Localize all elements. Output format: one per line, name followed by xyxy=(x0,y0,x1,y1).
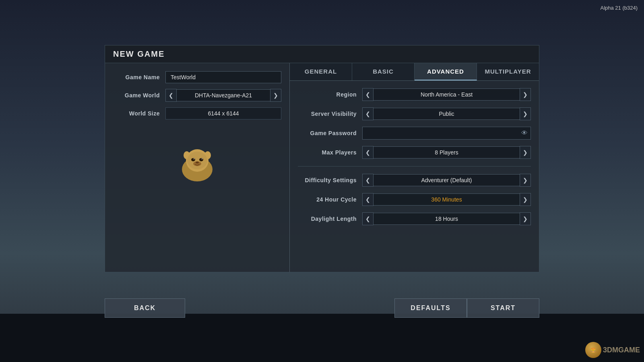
region-value: North America - East xyxy=(374,88,520,101)
daylight-row: Daylight Length ❮ 18 Hours ❯ xyxy=(298,212,531,225)
tab-basic[interactable]: Basic xyxy=(352,63,415,80)
background-ground xyxy=(0,314,644,362)
watermark-text: 3DMGAME xyxy=(603,346,640,354)
back-button[interactable]: BACK xyxy=(105,298,185,318)
max-players-row: Max Players ❮ 8 Players ❯ xyxy=(298,146,531,159)
start-button[interactable]: START xyxy=(467,298,539,318)
page-title: NEW GAME xyxy=(113,49,531,59)
game-password-input[interactable] xyxy=(362,127,518,140)
hour-cycle-value: 360 Minutes xyxy=(374,193,520,206)
game-name-row: Game Name xyxy=(113,71,281,83)
game-world-label: Game World xyxy=(113,92,165,99)
game-world-value: DHTA-Navezgane-A21 xyxy=(177,89,270,101)
difficulty-next-button[interactable]: ❯ xyxy=(520,174,531,187)
left-panel: Game Name Game World ❮ DHTA-Navezgane-A2… xyxy=(105,63,290,272)
game-world-row: Game World ❮ DHTA-Navezgane-A21 ❯ xyxy=(113,89,281,102)
tab-advanced[interactable]: Advanced xyxy=(415,63,477,80)
daylight-value: 18 Hours xyxy=(374,213,520,225)
region-next-button[interactable]: ❯ xyxy=(520,88,531,101)
game-name-label: Game Name xyxy=(113,74,165,80)
server-visibility-prev-button[interactable]: ❮ xyxy=(362,107,374,120)
character-illustration xyxy=(173,141,221,189)
server-visibility-row: Server Visibility ❮ Public ❯ xyxy=(298,107,531,120)
version-label: Alpha 21 (b324) xyxy=(600,5,638,11)
daylight-next-button[interactable]: ❯ xyxy=(520,212,531,225)
daylight-label: Daylight Length xyxy=(298,216,362,222)
game-world-prev-button[interactable]: ❮ xyxy=(165,89,177,102)
region-prev-button[interactable]: ❮ xyxy=(362,88,374,101)
content-area: Game Name Game World ❮ DHTA-Navezgane-A2… xyxy=(105,63,539,272)
watermark-icon: 🍔 xyxy=(585,342,601,358)
bottom-bar: BACK DEFAULTS START xyxy=(105,298,539,318)
bottom-spacer xyxy=(185,298,394,318)
difficulty-prev-button[interactable]: ❮ xyxy=(362,174,374,187)
max-players-label: Max Players xyxy=(298,149,362,156)
illustration-area xyxy=(113,125,281,206)
difficulty-label: Difficulty Settings xyxy=(298,177,362,183)
tabs-container: General Basic Advanced Multiplayer xyxy=(290,63,539,81)
server-visibility-value: Public xyxy=(374,108,520,120)
hour-cycle-selector: ❮ 360 Minutes ❯ xyxy=(362,193,531,206)
game-world-next-button[interactable]: ❯ xyxy=(270,89,281,102)
right-content: Region ❮ North America - East ❯ Server V… xyxy=(290,81,539,239)
hour-cycle-next-button[interactable]: ❯ xyxy=(520,193,531,206)
world-size-row: World Size 6144 x 6144 xyxy=(113,107,281,119)
max-players-value: 8 Players xyxy=(374,146,520,158)
server-visibility-next-button[interactable]: ❯ xyxy=(520,107,531,120)
region-label: Region xyxy=(298,91,362,98)
hour-cycle-prev-button[interactable]: ❮ xyxy=(362,193,374,206)
password-eye-button[interactable]: 👁 xyxy=(518,127,531,140)
main-container: NEW GAME Game Name Game World ❮ DHTA-Nav… xyxy=(105,45,539,272)
tab-general[interactable]: General xyxy=(290,63,352,80)
defaults-button[interactable]: DEFAULTS xyxy=(394,298,467,318)
max-players-prev-button[interactable]: ❮ xyxy=(362,146,374,159)
svg-point-10 xyxy=(187,152,207,169)
hour-cycle-label: 24 Hour Cycle xyxy=(298,196,362,203)
game-name-input[interactable] xyxy=(165,71,281,83)
daylight-selector: ❮ 18 Hours ❯ xyxy=(362,212,531,225)
region-row: Region ❮ North America - East ❯ xyxy=(298,88,531,101)
world-size-value: 6144 x 6144 xyxy=(165,107,281,119)
difficulty-row: Difficulty Settings ❮ Adventurer (Defaul… xyxy=(298,174,531,187)
difficulty-selector: ❮ Adventurer (Default) ❯ xyxy=(362,174,531,187)
tab-multiplayer[interactable]: Multiplayer xyxy=(477,63,539,80)
max-players-next-button[interactable]: ❯ xyxy=(520,146,531,159)
daylight-prev-button[interactable]: ❮ xyxy=(362,212,374,225)
password-field-container: 👁 xyxy=(362,127,531,140)
server-visibility-selector: ❮ Public ❯ xyxy=(362,107,531,120)
region-selector: ❮ North America - East ❯ xyxy=(362,88,531,101)
server-visibility-label: Server Visibility xyxy=(298,111,362,117)
game-password-label: Game Password xyxy=(298,130,362,136)
right-panel: General Basic Advanced Multiplayer Regio… xyxy=(290,63,539,272)
game-password-row: Game Password 👁 xyxy=(298,127,531,140)
max-players-selector: ❮ 8 Players ❯ xyxy=(362,146,531,159)
watermark: 🍔 3DMGAME xyxy=(585,342,640,358)
world-size-label: World Size xyxy=(113,110,165,117)
hour-cycle-row: 24 Hour Cycle ❮ 360 Minutes ❯ xyxy=(298,193,531,206)
title-bar: NEW GAME xyxy=(105,45,539,63)
section-divider xyxy=(298,166,531,167)
game-world-selector: ❮ DHTA-Navezgane-A21 ❯ xyxy=(165,89,281,102)
difficulty-value: Adventurer (Default) xyxy=(374,174,520,186)
